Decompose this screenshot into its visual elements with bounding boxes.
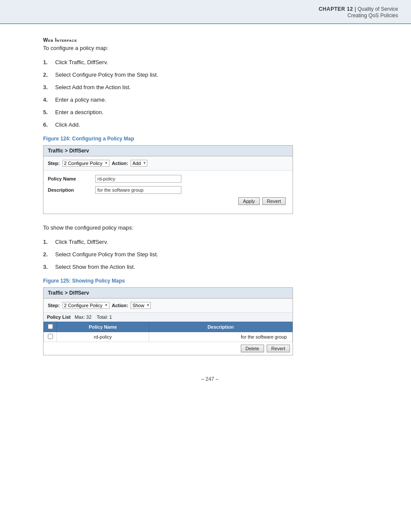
step2-select[interactable]: 2 Configure Policy: [62, 302, 109, 309]
section1-intro: To configure a policy map:: [43, 45, 377, 51]
step-num-1: 1.: [43, 59, 55, 65]
delete-button[interactable]: Delete: [241, 345, 264, 352]
figure125-caption: Figure 125: Showing Policy Maps: [43, 278, 377, 284]
step-5: 5. Enter a description.: [43, 109, 377, 115]
step2-1: 1. Click Traffic, DiffServ.: [43, 239, 377, 245]
chapter-subtitle: Creating QoS Policies: [348, 12, 398, 19]
step-text-5: Enter a description.: [55, 109, 377, 115]
step-select-wrapper[interactable]: 2 Configure Policy: [62, 160, 109, 167]
step-num-5: 5.: [43, 109, 55, 115]
figure124-buttons: Apply Revert: [48, 197, 288, 208]
policy-name-input[interactable]: [95, 175, 181, 183]
col-checkbox-header: [44, 322, 57, 332]
step2-3: 3. Select Show from the Action list.: [43, 264, 377, 270]
step2-text-1: Click Traffic, DiffServ.: [55, 239, 377, 245]
page-header: CHAPTER 12 | Quality of Service Creating…: [0, 0, 411, 24]
step-6: 6. Click Add.: [43, 121, 377, 128]
figure125-buttons: Delete Revert: [44, 342, 293, 355]
figure124-caption: Figure 124: Configuring a Policy Map: [43, 136, 377, 142]
step-4: 4. Enter a policy name.: [43, 96, 377, 103]
web-interface-heading: Web Interface: [43, 37, 377, 43]
step-text-6: Click Add.: [55, 121, 377, 128]
section2-intro: To show the configured policy maps:: [43, 224, 377, 231]
figure124-panel-title: Traffic > DiffServ: [44, 146, 293, 156]
policy-table: Policy Name Description rd-policy for th…: [44, 322, 293, 342]
row-checkbox-cell: [44, 332, 57, 342]
description-input[interactable]: [95, 186, 181, 194]
action2-select[interactable]: Show: [131, 302, 151, 309]
steps-list-section1: 1. Click Traffic, DiffServ. 2. Select Co…: [43, 59, 377, 128]
step-text-1: Click Traffic, DiffServ.: [55, 59, 377, 65]
action-label: Action:: [112, 161, 128, 166]
step-num-2: 2.: [43, 72, 55, 78]
figure125-panel: Traffic > DiffServ Step: 2 Configure Pol…: [43, 287, 293, 355]
policy-name-row: Policy Name: [48, 175, 288, 183]
step-num-3: 3.: [43, 84, 55, 90]
step2-select-wrapper[interactable]: 2 Configure Policy: [62, 302, 109, 309]
step-text-4: Enter a policy name.: [55, 96, 377, 103]
action-select-wrapper[interactable]: Add: [131, 160, 147, 167]
step-num-6: 6.: [43, 121, 55, 128]
step2-label: Step:: [48, 303, 60, 308]
steps-list-section2: 1. Click Traffic, DiffServ. 2. Select Co…: [43, 239, 377, 270]
policy-list-max: Max: 32: [75, 314, 91, 320]
description-label: Description: [48, 187, 95, 193]
step-text-2: Select Configure Policy from the Step li…: [55, 72, 377, 78]
action2-select-wrapper[interactable]: Show: [131, 302, 151, 309]
chapter-label: CHAPTER 12: [319, 6, 353, 12]
row-checkbox[interactable]: [48, 334, 53, 339]
figure125-toolbar: Step: 2 Configure Policy Action: Show: [44, 299, 293, 313]
action2-label: Action:: [112, 303, 128, 308]
step-num-4: 4.: [43, 96, 55, 103]
step-3: 3. Select Add from the Action list.: [43, 84, 377, 90]
step2-num-2: 2.: [43, 251, 55, 258]
figure124-toolbar: Step: 2 Configure Policy Action: Add: [44, 156, 293, 171]
col-policy-name-header: Policy Name: [57, 322, 149, 332]
chapter-title: Quality of Service: [358, 6, 398, 12]
action-select[interactable]: Add: [131, 160, 147, 167]
figure124-panel: Traffic > DiffServ Step: 2 Configure Pol…: [43, 145, 293, 214]
step-label: Step:: [48, 161, 60, 166]
apply-button[interactable]: Apply: [238, 197, 260, 205]
step2-text-3: Select Show from the Action list.: [55, 264, 377, 270]
page-footer: – 247 –: [43, 368, 377, 386]
figure125-table-wrapper: Policy List Max: 32 Total: 1 Policy Name…: [44, 313, 293, 355]
policy-list-header: Policy List Max: 32 Total: 1: [44, 313, 293, 322]
table-header-row: Policy Name Description: [44, 322, 293, 332]
col-description-header: Description: [149, 322, 293, 332]
step-select[interactable]: 2 Configure Policy: [62, 160, 109, 167]
header-checkbox[interactable]: [48, 324, 53, 329]
figure124-panel-body: Policy Name Description Apply Revert: [44, 171, 293, 214]
revert-button[interactable]: Revert: [262, 197, 286, 205]
table-row: rd-policy for the software group: [44, 332, 293, 342]
page-number: – 247 –: [201, 376, 218, 382]
step2-num-1: 1.: [43, 239, 55, 245]
step2-text-2: Select Configure Policy from the Step li…: [55, 251, 377, 258]
revert2-button[interactable]: Revert: [267, 345, 290, 352]
description-row: Description: [48, 186, 288, 194]
figure125-panel-title: Traffic > DiffServ: [44, 288, 293, 299]
step-2: 2. Select Configure Policy from the Step…: [43, 72, 377, 78]
step-1: 1. Click Traffic, DiffServ.: [43, 59, 377, 65]
header-separator: |: [355, 6, 358, 12]
row-policy-name: rd-policy: [57, 332, 149, 342]
main-content: Web Interface To configure a policy map:…: [0, 24, 411, 399]
policy-name-label: Policy Name: [48, 176, 95, 181]
policy-list-total: Total: 1: [97, 314, 112, 320]
step2-num-3: 3.: [43, 264, 55, 270]
policy-list-label: Policy List: [47, 314, 71, 320]
row-description: for the software group: [149, 332, 293, 342]
step2-2: 2. Select Configure Policy from the Step…: [43, 251, 377, 258]
step-text-3: Select Add from the Action list.: [55, 84, 377, 90]
